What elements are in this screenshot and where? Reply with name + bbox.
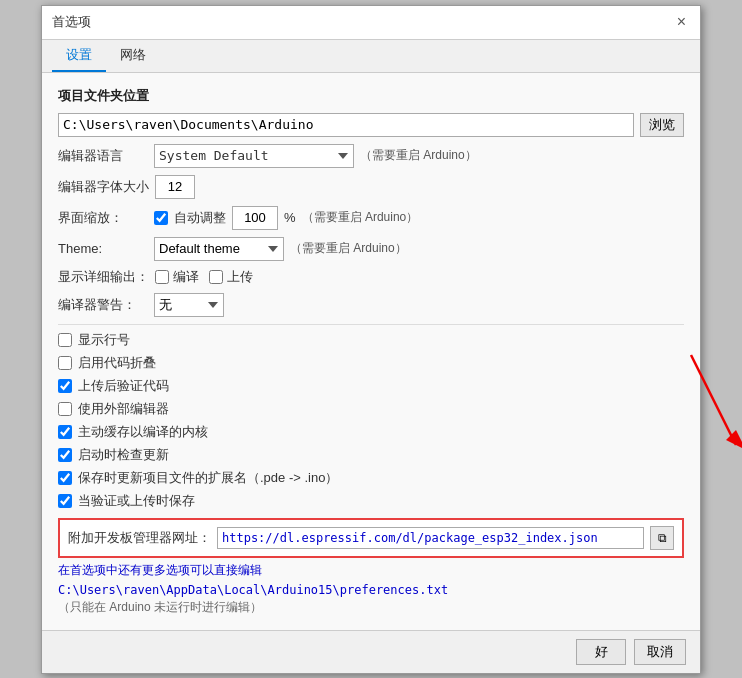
tab-network[interactable]: 网络 [106, 40, 160, 72]
checkbox-row-7: 当验证或上传时保存 [58, 492, 684, 510]
footer: 好 取消 [42, 630, 700, 673]
editor-language-row: 编辑器语言 System Default （需要重启 Arduino） [58, 144, 684, 168]
edit-note: （只能在 Arduino 未运行时进行编辑） [58, 599, 684, 616]
ui-scale-input[interactable] [232, 206, 278, 230]
checkbox-row-6: 保存时更新项目文件的扩展名（.pde -> .ino） [58, 469, 684, 487]
editor-language-label: 编辑器语言 [58, 147, 148, 165]
checkbox-label-1: 启用代码折叠 [78, 354, 156, 372]
ui-scale-label: 界面缩放： [58, 209, 148, 227]
checkbox-label-5: 启动时检查更新 [78, 446, 169, 464]
content-area: 项目文件夹位置 浏览 编辑器语言 System Default （需要重启 Ar… [42, 73, 700, 630]
compile-verbose-item: 编译 [155, 268, 199, 286]
divider-1 [58, 324, 684, 325]
verbose-output-row: 显示详细输出： 编译 上传 [58, 268, 684, 286]
verbose-compile-label: 编译 [173, 268, 199, 286]
upload-verbose-item: 上传 [209, 268, 253, 286]
checkbox-4[interactable] [58, 425, 72, 439]
editor-font-size-label: 编辑器字体大小 [58, 178, 149, 196]
checkbox-row-5: 启动时检查更新 [58, 446, 684, 464]
checkbox-row-4: 主动缓存以编译的内核 [58, 423, 684, 441]
checkbox-label-2: 上传后验证代码 [78, 377, 169, 395]
checkbox-2[interactable] [58, 379, 72, 393]
checkbox-1[interactable] [58, 356, 72, 370]
url-input[interactable] [217, 527, 644, 549]
checkbox-6[interactable] [58, 471, 72, 485]
compiler-warning-row: 编译器警告： 无 [58, 293, 684, 317]
checkboxes-section: 显示行号 启用代码折叠 上传后验证代码 使用外部编辑器 主动缓存以编译的内核 [58, 331, 684, 510]
theme-label: Theme: [58, 241, 148, 256]
checkbox-label-6: 保存时更新项目文件的扩展名（.pde -> .ino） [78, 469, 338, 487]
checkbox-row-3: 使用外部编辑器 [58, 400, 684, 418]
url-copy-button[interactable]: ⧉ [650, 526, 674, 550]
editor-font-size-row: 编辑器字体大小 [58, 175, 684, 199]
checkbox-7[interactable] [58, 494, 72, 508]
theme-row: Theme: Default theme （需要重启 Arduino） [58, 237, 684, 261]
auto-adjust-label: 自动调整 [174, 209, 226, 227]
prefs-path: C:\Users\raven\AppData\Local\Arduino15\p… [58, 583, 684, 597]
edit-hint: 在首选项中还有更多选项可以直接编辑 [58, 562, 684, 579]
editor-font-size-input[interactable] [155, 175, 195, 199]
ok-button[interactable]: 好 [576, 639, 626, 665]
compiler-warning-select[interactable]: 无 [154, 293, 224, 317]
checkbox-label-0: 显示行号 [78, 331, 130, 349]
checkbox-0[interactable] [58, 333, 72, 347]
verbose-compile-checkbox[interactable] [155, 270, 169, 284]
compiler-warning-label: 编译器警告： [58, 296, 148, 314]
close-button[interactable]: × [673, 13, 690, 31]
percent-symbol: % [284, 210, 296, 225]
theme-select[interactable]: Default theme [154, 237, 284, 261]
checkbox-row-2: 上传后验证代码 [58, 377, 684, 395]
title-bar: 首选项 × [42, 6, 700, 40]
project-location-label: 项目文件夹位置 [58, 87, 684, 105]
url-section: 附加开发板管理器网址： ⧉ [58, 518, 684, 558]
project-location-row: 浏览 [58, 113, 684, 137]
cancel-button[interactable]: 取消 [634, 639, 686, 665]
browse-button[interactable]: 浏览 [640, 113, 684, 137]
ui-scale-row: 界面缩放： 自动调整 % （需要重启 Arduino） [58, 206, 684, 230]
verbose-upload-checkbox[interactable] [209, 270, 223, 284]
verbose-options: 编译 上传 [155, 268, 253, 286]
checkbox-label-3: 使用外部编辑器 [78, 400, 169, 418]
theme-note: （需要重启 Arduino） [290, 240, 407, 257]
checkbox-5[interactable] [58, 448, 72, 462]
project-path-input[interactable] [58, 113, 634, 137]
checkbox-row-1: 启用代码折叠 [58, 354, 684, 372]
auto-adjust-checkbox[interactable] [154, 211, 168, 225]
checkbox-row-0: 显示行号 [58, 331, 684, 349]
svg-marker-1 [726, 430, 742, 450]
tab-settings[interactable]: 设置 [52, 40, 106, 72]
ui-scale-note: （需要重启 Arduino） [302, 209, 419, 226]
tabs-bar: 设置 网络 [42, 40, 700, 73]
editor-language-note: （需要重启 Arduino） [360, 147, 477, 164]
url-section-label: 附加开发板管理器网址： [68, 529, 211, 547]
editor-language-select[interactable]: System Default [154, 144, 354, 168]
verbose-upload-label: 上传 [227, 268, 253, 286]
checkbox-label-7: 当验证或上传时保存 [78, 492, 195, 510]
window-title: 首选项 [52, 13, 91, 31]
verbose-output-label: 显示详细输出： [58, 268, 149, 286]
checkbox-label-4: 主动缓存以编译的内核 [78, 423, 208, 441]
checkbox-3[interactable] [58, 402, 72, 416]
